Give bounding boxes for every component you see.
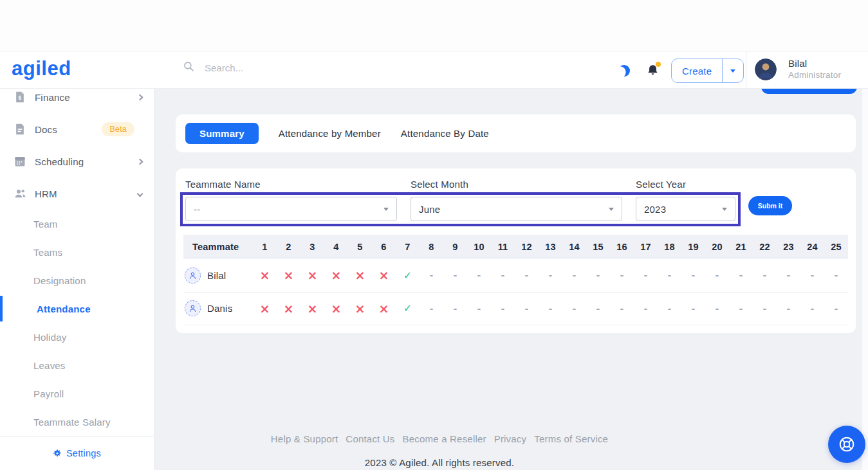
day-column-header: 11 bbox=[491, 235, 515, 259]
tab-attendance-by-date[interactable]: Attendance By Date bbox=[401, 123, 489, 144]
teammate-avatar-icon bbox=[185, 267, 201, 284]
teammate-name: Danis bbox=[207, 303, 232, 314]
user-role: Administrator bbox=[788, 69, 841, 81]
attendance-mark-no-data: - bbox=[777, 292, 800, 325]
sidebar-item-holiday[interactable]: Holiday bbox=[0, 323, 154, 351]
day-column-header: 15 bbox=[586, 235, 610, 259]
search-input[interactable] bbox=[205, 62, 346, 73]
sidebar-item-finance[interactable]: $Finance bbox=[0, 89, 154, 113]
user-avatar bbox=[755, 59, 777, 80]
day-column-header: 21 bbox=[729, 235, 753, 259]
sidebar-item-leaves[interactable]: Leaves bbox=[0, 351, 154, 379]
attendance-mark-no-data: - bbox=[658, 292, 681, 325]
caret-down-icon bbox=[609, 208, 614, 211]
attendance-mark-no-data: - bbox=[539, 292, 562, 325]
chevron-right-icon bbox=[137, 158, 143, 165]
attendance-mark-present: ✓ bbox=[396, 259, 420, 292]
agiled-logo[interactable]: agiled bbox=[12, 57, 71, 80]
scheduling-calendar-icon bbox=[13, 154, 27, 168]
sidebar-item-team[interactable]: Team bbox=[0, 210, 154, 238]
user-info: Bilal Administrator bbox=[788, 58, 841, 81]
attendance-mark-no-data: - bbox=[443, 292, 467, 325]
day-column-header: 18 bbox=[658, 235, 681, 259]
attendance-mark-absent: × bbox=[300, 292, 324, 325]
year-select[interactable]: 2023 bbox=[636, 197, 735, 221]
vertical-scrollbar-track[interactable] bbox=[862, 51, 868, 470]
teammate-select[interactable]: -- bbox=[185, 197, 397, 221]
day-column-header: 5 bbox=[348, 235, 372, 259]
attendance-mark-absent: × bbox=[277, 259, 300, 292]
sidebar-item-hrm[interactable]: HRM bbox=[0, 177, 154, 210]
tab-attendance-by-member[interactable]: Attendance by Member bbox=[279, 123, 381, 144]
month-select[interactable]: June bbox=[411, 197, 622, 221]
select-year-label: Select Year bbox=[636, 179, 686, 190]
notification-dot bbox=[656, 62, 661, 67]
sidebar-item-teams[interactable]: Teams bbox=[0, 238, 154, 266]
sidebar-settings[interactable]: Settings bbox=[0, 436, 154, 470]
submit-button[interactable]: Subm it bbox=[748, 196, 792, 215]
teammate-name: Bilal bbox=[207, 270, 226, 281]
settings-label: Settings bbox=[66, 448, 101, 458]
attendance-mark-no-data: - bbox=[610, 292, 634, 325]
svg-text:$: $ bbox=[19, 95, 22, 101]
beta-badge: Beta bbox=[102, 122, 134, 136]
day-column-header: 9 bbox=[443, 235, 467, 259]
day-column-header: 13 bbox=[539, 235, 562, 259]
tab-summary[interactable]: Summary bbox=[185, 123, 259, 144]
finance-invoice-icon: $ bbox=[13, 90, 27, 104]
day-column-header: 17 bbox=[634, 235, 658, 259]
attendance-mark-present: ✓ bbox=[396, 292, 420, 325]
footer-link-terms-of-service[interactable]: Terms of Service bbox=[534, 433, 608, 444]
attendance-mark-no-data: - bbox=[753, 292, 777, 325]
attendance-row-bilal: Bilal××××××✓------------------ bbox=[183, 259, 848, 292]
user-menu[interactable]: Bilal Administrator bbox=[755, 58, 841, 81]
attendance-mark-absent: × bbox=[372, 259, 396, 292]
attendance-mark-absent: × bbox=[348, 259, 372, 292]
attendance-mark-absent: × bbox=[277, 292, 300, 325]
attendance-tabs-card: SummaryAttendance by MemberAttendance By… bbox=[176, 114, 856, 152]
attendance-mark-absent: × bbox=[324, 292, 348, 325]
sidebar-item-docs[interactable]: DocsBeta bbox=[0, 113, 154, 145]
attendance-mark-no-data: - bbox=[729, 292, 753, 325]
global-search bbox=[183, 60, 346, 75]
attendance-mark-no-data: - bbox=[824, 259, 848, 292]
attendance-mark-no-data: - bbox=[824, 292, 848, 325]
attendance-mark-no-data: - bbox=[800, 292, 824, 325]
day-column-header: 7 bbox=[396, 235, 420, 259]
attendance-mark-no-data: - bbox=[681, 259, 705, 292]
sidebar-item-payroll[interactable]: Payroll bbox=[0, 379, 154, 408]
teammate-avatar-icon bbox=[185, 300, 201, 316]
day-column-header: 12 bbox=[515, 235, 539, 259]
attendance-mark-absent: × bbox=[300, 259, 324, 292]
caret-down-icon bbox=[722, 208, 727, 211]
lifebuoy-icon bbox=[838, 435, 856, 453]
sidebar-item-teammate-salary[interactable]: Teammate Salary bbox=[0, 408, 154, 436]
footer-link-become-a-reseller[interactable]: Become a Reseller bbox=[403, 433, 486, 444]
chevron-down-icon bbox=[137, 190, 143, 197]
notifications-bell-icon[interactable] bbox=[646, 64, 660, 78]
sidebar-item-label: HRM bbox=[35, 188, 138, 199]
attendance-mark-no-data: - bbox=[634, 292, 658, 325]
sidebar-item-label: Docs bbox=[35, 124, 102, 135]
create-dropdown-toggle[interactable] bbox=[722, 59, 743, 82]
attendance-mark-no-data: - bbox=[491, 292, 515, 325]
attendance-mark-no-data: - bbox=[515, 292, 539, 325]
hrm-users-icon bbox=[13, 186, 27, 201]
footer-link-help-support[interactable]: Help & Support bbox=[271, 433, 338, 444]
help-widget-button[interactable] bbox=[828, 426, 865, 463]
footer-link-contact-us[interactable]: Contact Us bbox=[346, 433, 394, 444]
sidebar-item-designation[interactable]: Designation bbox=[0, 266, 154, 294]
sidebar-item-attendance[interactable]: Attendance bbox=[0, 294, 154, 323]
footer-link-privacy[interactable]: Privacy bbox=[494, 433, 527, 444]
attendance-mark-absent: × bbox=[253, 259, 277, 292]
sidebar-item-scheduling[interactable]: Scheduling bbox=[0, 145, 154, 177]
attendance-mark-no-data: - bbox=[420, 292, 443, 325]
docs-file-icon bbox=[13, 122, 27, 136]
attendance-mark-no-data: - bbox=[562, 292, 586, 325]
create-button[interactable]: Create bbox=[672, 59, 722, 82]
attendance-mark-no-data: - bbox=[562, 259, 586, 292]
attendance-mark-no-data: - bbox=[467, 292, 491, 325]
attendance-mark-no-data: - bbox=[491, 259, 515, 292]
attendance-mark-no-data: - bbox=[705, 292, 729, 325]
app-window: agiled Create Bilal Administrator $Finan… bbox=[0, 0, 868, 470]
